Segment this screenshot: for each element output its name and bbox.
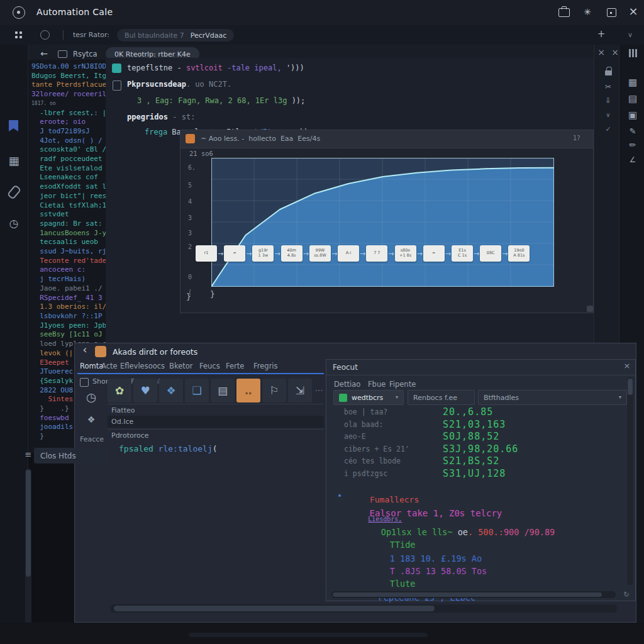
pipeline-node[interactable]: 08C (480, 245, 501, 262)
code-line: RSpecidef_ 41 3 (31, 294, 106, 303)
pencil-icon[interactable]: ✏ (626, 141, 639, 149)
chart-panel-icon (186, 134, 195, 143)
output-vscrollbar[interactable] (627, 377, 633, 585)
chart-top-label: 21 so6 (189, 150, 213, 157)
pipeline-node[interactable]: E1s C 1s (452, 245, 473, 262)
paperclip-icon[interactable] (7, 184, 21, 199)
output-tab-dettiao[interactable]: Dettiao (334, 380, 360, 389)
refresh-icon[interactable]: ↻ (622, 591, 631, 598)
code-seg: )); (292, 96, 306, 105)
pen-icon[interactable]: ✎ (626, 127, 639, 135)
output-tab-fipente[interactable]: Fipente (389, 380, 416, 389)
run-config-pill[interactable]: Bul btauIndaite 7 PecrVdaac (117, 29, 234, 42)
pipeline-node[interactable]: A-i (338, 245, 359, 262)
btfthadles-dropdown[interactable]: Btfthadles ▾ (478, 390, 627, 405)
grid-icon[interactable]: ▦ (8, 155, 20, 167)
nodes-icon[interactable]: ❖ (85, 415, 97, 424)
pipeline-node[interactable]: g19r 1 3w (252, 245, 274, 262)
clipboard-icon[interactable]: ▤ (211, 379, 235, 402)
circle-icon[interactable] (40, 30, 50, 40)
row-divider (108, 429, 324, 430)
clock-icon[interactable]: ◷ (84, 391, 99, 403)
flag-icon[interactable]: ⚐ (262, 379, 286, 402)
more-icon[interactable]: ⋯ (314, 386, 324, 394)
output-title: Feocut (333, 363, 358, 372)
add-tab-icon[interactable]: + (596, 30, 606, 39)
ruler-icon[interactable]: ∠ (626, 156, 639, 164)
shon-icon[interactable] (80, 378, 89, 387)
code-seg: ( (213, 444, 218, 453)
tab-eflevlesoocs[interactable]: Eflevlesoocs (120, 362, 165, 370)
tab-acte[interactable]: Acte (101, 362, 118, 370)
arrow-right-icon: → (388, 250, 394, 258)
pipeline-node[interactable]: 40m 4.8s (281, 245, 303, 262)
code-line: -lbref scest,: |-/ (31, 109, 106, 118)
left-scrollbar-thumb[interactable] (26, 470, 31, 577)
pipeline-node[interactable]: 19o0 A 81s (508, 245, 530, 262)
copy-icon[interactable]: ❏ (185, 379, 209, 402)
pipeline-node[interactable]: ≈ (224, 245, 245, 262)
code-seg: '))) (286, 64, 304, 72)
output-hscrollbar-thumb[interactable] (333, 592, 602, 597)
code-line: 1.3 oberios: il/ b1U (31, 303, 106, 312)
grid-dots-icon[interactable] (15, 31, 18, 34)
shapes-glyph: ❖ (166, 386, 175, 396)
chevron-down-icon[interactable]: ∨ (626, 31, 635, 38)
code-line: tecsaalis ueob (31, 238, 106, 247)
pipeline-node[interactable]: 99W ss.8W (309, 245, 331, 262)
back-icon[interactable]: ← (39, 49, 49, 58)
tab-fregris[interactable]: Fregris (253, 362, 278, 370)
columns-icon[interactable] (629, 49, 631, 57)
tab-romta[interactable]: Romta (80, 362, 103, 370)
scissors-icon[interactable]: ✂ (602, 83, 614, 91)
source-dropdown[interactable]: wedtbcrs ▾ (333, 390, 404, 405)
log-seg: 900 /90.89 (504, 527, 555, 537)
list-item[interactable]: Fiatteo (111, 406, 135, 414)
tab-feucs[interactable]: Feucs (199, 362, 220, 370)
sparkle-icon[interactable]: ✳ (582, 8, 593, 16)
list-item-selected[interactable] (108, 416, 324, 428)
resize-handle[interactable] (587, 306, 593, 312)
clos-htds-label[interactable]: Clos Htds (34, 448, 107, 464)
output-tab-fbue[interactable]: Fbue (368, 380, 386, 389)
code-line: J1yoes peen: Jpbt g (31, 321, 106, 331)
project-label[interactable]: Rsytca (73, 50, 97, 58)
export-icon[interactable]: ⇲ (288, 379, 312, 402)
menu-icon[interactable]: ≡ (24, 450, 33, 458)
renbocs-field[interactable]: Renbocs f.ee (408, 390, 475, 405)
rows-icon[interactable]: ▤ (626, 94, 639, 104)
pipeline-node[interactable]: 7 7 (366, 245, 387, 262)
pipeline-node[interactable]: r1 (196, 245, 217, 262)
pipeline-node[interactable]: ≈ (423, 245, 445, 262)
lock-icon[interactable] (605, 70, 612, 75)
arrow-right-icon: → (331, 250, 337, 258)
code-line: ancoceen c: (31, 265, 106, 275)
download-icon[interactable]: ⇩ (602, 97, 614, 104)
pipeline-node[interactable]: s80e +1 8s (395, 245, 416, 262)
list-item[interactable]: Pdrotoroce (111, 431, 149, 440)
clos-htds-text: Clos Htds (40, 452, 76, 460)
close-icon[interactable]: × (627, 6, 640, 17)
check-icon[interactable]: ✓ (602, 126, 614, 133)
close-icon[interactable]: × (596, 48, 606, 57)
image-icon[interactable]: ▣ (626, 111, 639, 120)
package-icon[interactable]: ‥ (236, 379, 260, 402)
briefcase-icon[interactable] (558, 8, 570, 17)
tab-bketor[interactable]: Bketor (169, 362, 193, 370)
list-item[interactable]: Od.Ice (111, 418, 133, 426)
close-icon[interactable]: × (622, 362, 632, 370)
tab-ferte[interactable]: Ferte (226, 362, 244, 370)
output-vscrollbar-thumb[interactable] (628, 379, 633, 395)
history-icon[interactable]: ◷ (8, 218, 20, 229)
mask-icon[interactable]: ✿ (108, 379, 131, 402)
chart-panel-header[interactable]: ~ Aoo less. - hollecto Eaa Ees/4s 1? (180, 130, 593, 148)
grid-icon[interactable]: ▦ (626, 78, 639, 87)
file-tab-label: 0K Rteotrlp: rtber K4e (114, 50, 191, 58)
chevron-down-icon[interactable]: ∨ (602, 112, 614, 118)
heart-icon[interactable]: ♥ (133, 379, 157, 402)
folder-icon[interactable] (58, 50, 67, 58)
bookmark-icon[interactable] (9, 120, 18, 131)
package-glyph: ‥ (245, 386, 252, 396)
shapes-icon[interactable]: ❖ (159, 379, 183, 402)
back-icon[interactable]: ‹ (80, 345, 90, 355)
